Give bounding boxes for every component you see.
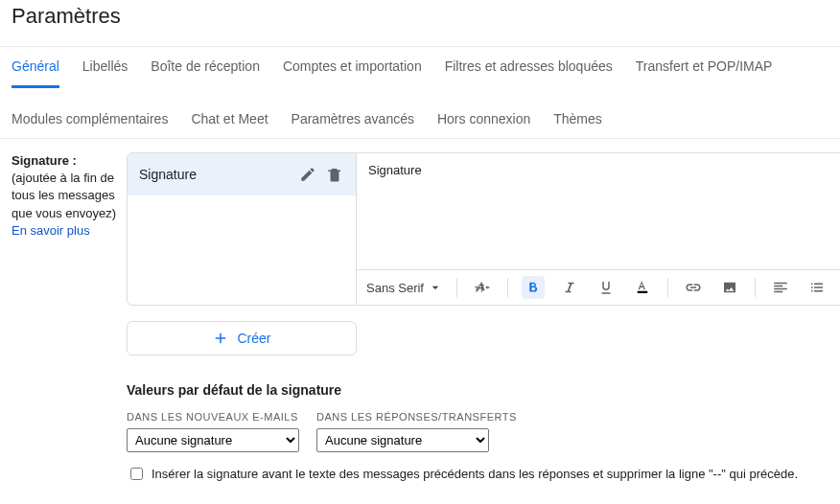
signature-editor: Signature Sans Serif тT [357, 152, 840, 306]
create-signature-label: Créer [237, 331, 270, 346]
tab-inbox[interactable]: Boîte de réception [151, 58, 260, 88]
signature-label-desc: (ajoutée à la fin de tous les messages q… [12, 171, 116, 219]
tab-themes[interactable]: Thèmes [553, 111, 602, 138]
font-family-select[interactable]: Sans Serif [366, 280, 443, 295]
insert-before-checkbox[interactable] [130, 468, 143, 480]
signature-item-label: Signature [139, 167, 291, 182]
toolbar-separator [507, 278, 508, 297]
insert-before-label: Insérer la signature avant le texte des … [152, 466, 798, 483]
svg-rect-1 [638, 291, 648, 293]
signature-section-label: Signature : (ajoutée à la fin de tous le… [12, 152, 127, 240]
defaults-reply-select[interactable]: Aucune signature [316, 428, 489, 452]
tab-advanced[interactable]: Paramètres avancés [292, 111, 414, 138]
defaults-reply-label: DANS LES RÉPONSES/TRANSFERTS [316, 411, 517, 423]
page-title: Paramètres [0, 0, 840, 47]
link-icon[interactable] [682, 276, 705, 299]
font-family-label: Sans Serif [366, 281, 424, 295]
underline-icon[interactable] [595, 276, 618, 299]
edit-icon[interactable] [298, 165, 317, 184]
tab-labels[interactable]: Libellés [82, 58, 128, 88]
toolbar-separator [667, 278, 668, 297]
list-icon[interactable] [805, 276, 828, 299]
defaults-new-select[interactable]: Aucune signature [127, 428, 299, 452]
create-signature-button[interactable]: Créer [127, 321, 357, 355]
defaults-title: Valeurs par défaut de la signature [127, 382, 840, 398]
tab-chat[interactable]: Chat et Meet [191, 111, 268, 138]
italic-icon[interactable] [558, 276, 581, 299]
tab-forwarding[interactable]: Transfert et POP/IMAP [636, 58, 773, 88]
signature-editor-body[interactable]: Signature [357, 153, 840, 269]
learn-more-link[interactable]: En savoir plus [12, 223, 90, 238]
tab-filters[interactable]: Filtres et adresses bloquées [445, 58, 613, 88]
signature-list: Signature [127, 152, 357, 306]
svg-text:тT: тT [475, 284, 485, 294]
signature-label-title: Signature : [12, 153, 77, 168]
toolbar-separator [456, 278, 457, 297]
signature-toolbar: Sans Serif тT [357, 269, 840, 305]
delete-icon[interactable] [325, 165, 344, 184]
defaults-new-label: DANS LES NOUVEAUX E-MAILS [127, 411, 299, 423]
image-icon[interactable] [718, 276, 741, 299]
text-color-icon[interactable] [631, 276, 654, 299]
bold-icon[interactable] [522, 276, 545, 299]
tab-offline[interactable]: Hors connexion [437, 111, 530, 138]
insert-before-row[interactable]: Insérer la signature avant le texte des … [127, 466, 840, 483]
toolbar-separator [755, 278, 756, 297]
plus-icon [212, 330, 229, 347]
font-size-icon[interactable]: тT [471, 276, 494, 299]
tab-accounts[interactable]: Comptes et importation [283, 58, 422, 88]
settings-tabs: Général Libellés Boîte de réception Comp… [0, 47, 840, 139]
align-icon[interactable] [769, 276, 792, 299]
tab-general[interactable]: Général [12, 58, 59, 88]
tab-addons[interactable]: Modules complémentaires [12, 111, 168, 138]
signature-list-item[interactable]: Signature [128, 153, 356, 195]
